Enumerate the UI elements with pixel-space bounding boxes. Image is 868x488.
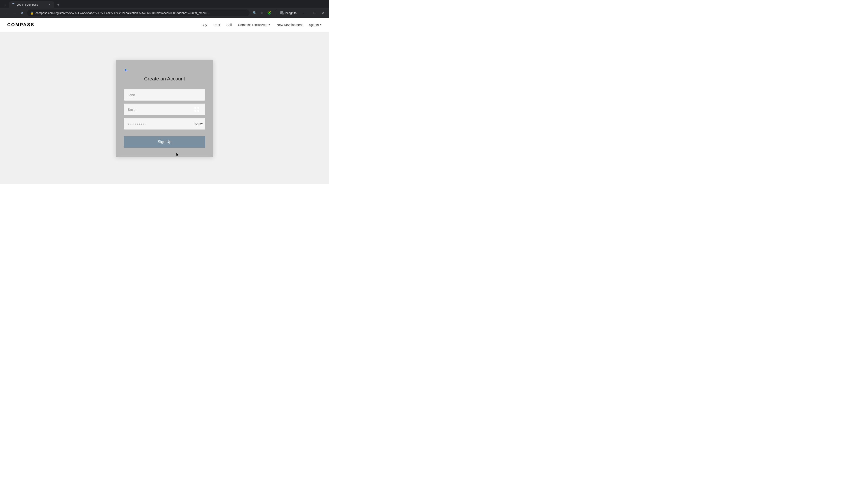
incognito-badge: Incognito xyxy=(278,10,298,16)
address-bar[interactable]: 🔒 compass.com/register/?next=%2Fworkspac… xyxy=(27,9,250,16)
website-content: COMPASS Buy Rent Sell Compass Exclusives… xyxy=(0,18,329,184)
first-name-input[interactable] xyxy=(124,89,205,101)
nav-compass-exclusives[interactable]: Compass Exclusives ▼ xyxy=(238,23,270,27)
svg-point-0 xyxy=(281,11,282,13)
show-password-button[interactable]: Show xyxy=(195,122,203,126)
url-text: compass.com/register/?next=%2Fworkspace%… xyxy=(35,11,247,15)
navbar-logo[interactable]: COMPASS xyxy=(7,22,35,27)
incognito-label: Incognito xyxy=(285,11,297,15)
tab-bar: ‹ Log In | Compass ✕ + xyxy=(0,0,329,8)
compass-exclusives-chevron: ▼ xyxy=(268,24,270,26)
nav-agents[interactable]: Agents ▼ xyxy=(309,23,322,27)
create-account-modal: Create an Account xyxy=(116,60,213,157)
address-bar-row: ← → ✕ 🔒 compass.com/register/?next=%2Fwo… xyxy=(0,8,329,18)
last-name-group xyxy=(124,103,205,115)
dot-4 xyxy=(197,110,199,112)
minimize-button[interactable]: — xyxy=(302,10,308,16)
tab-close-button[interactable]: ✕ xyxy=(48,3,52,7)
close-window-button[interactable]: ✕ xyxy=(320,10,327,16)
tab-title: Log In | Compass xyxy=(17,3,46,6)
signup-button[interactable]: Sign Up xyxy=(124,136,205,148)
maximize-button[interactable]: □ xyxy=(311,10,317,16)
dot-3 xyxy=(194,110,196,112)
window-controls: — □ ✕ xyxy=(302,10,327,16)
nav-rent[interactable]: Rent xyxy=(213,23,220,27)
bookmark-button[interactable]: ☆ xyxy=(258,10,265,16)
search-icon-btn[interactable]: 🔍 xyxy=(251,10,258,16)
loading-dots xyxy=(194,107,202,112)
back-button[interactable]: ← xyxy=(3,10,9,16)
extensions-button[interactable]: 🧩 xyxy=(266,10,272,16)
last-name-input[interactable] xyxy=(124,103,205,115)
browser-chrome: ‹ Log In | Compass ✕ + ← → ✕ 🔒 compass.c… xyxy=(0,0,329,18)
password-wrapper: Show xyxy=(124,118,205,130)
dot-2 xyxy=(197,107,199,109)
active-tab[interactable]: Log In | Compass ✕ xyxy=(9,1,54,8)
password-group: Show xyxy=(124,118,205,130)
page-background: Create an Account xyxy=(0,32,329,184)
nav-new-development[interactable]: New Development xyxy=(277,23,303,27)
nav-buy[interactable]: Buy xyxy=(202,23,207,27)
forward-button[interactable]: → xyxy=(11,10,17,16)
navbar-nav: Buy Rent Sell Compass Exclusives ▼ New D… xyxy=(202,23,322,27)
nav-sell[interactable]: Sell xyxy=(226,23,232,27)
navbar: COMPASS Buy Rent Sell Compass Exclusives… xyxy=(0,18,329,32)
tab-scroll-back[interactable]: ‹ xyxy=(2,2,8,8)
password-input[interactable] xyxy=(124,118,205,130)
new-tab-button[interactable]: + xyxy=(55,2,61,8)
agents-chevron: ▼ xyxy=(320,24,322,26)
address-bar-actions: 🔍 ☆ 🧩 xyxy=(251,10,272,16)
modal-back-button[interactable] xyxy=(124,68,128,72)
first-name-group xyxy=(124,89,205,101)
modal-title: Create an Account xyxy=(124,76,205,82)
dot-1 xyxy=(194,107,196,109)
security-icon: 🔒 xyxy=(30,11,34,15)
reload-button[interactable]: ✕ xyxy=(19,10,25,16)
tab-loading-spinner xyxy=(12,3,15,6)
